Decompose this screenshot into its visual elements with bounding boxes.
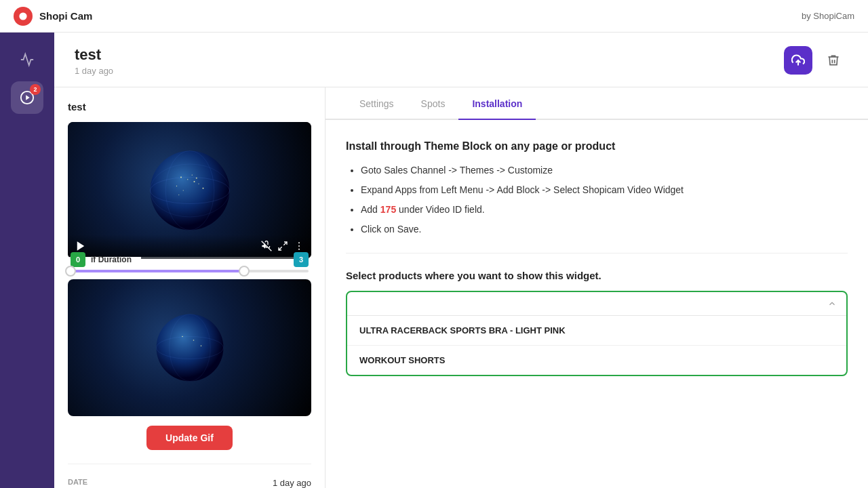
svg-marker-18 <box>77 241 85 251</box>
product-item-1[interactable]: ULTRA RACERBACK SPORTS BRA - LIGHT PINK <box>347 316 846 346</box>
page-subtitle: 1 day ago <box>75 66 113 76</box>
svg-point-17 <box>178 195 179 195</box>
sidebar: 2 <box>0 33 54 488</box>
product-item-2[interactable]: WORKOUT SHORTS <box>347 346 846 375</box>
svg-point-23 <box>298 245 300 247</box>
tab-settings[interactable]: Settings <box>346 87 408 120</box>
install-step-1: Goto Sales Channel -> Themes -> Customiz… <box>361 163 848 178</box>
svg-line-20 <box>283 242 287 245</box>
brand-title: Shopi Cam <box>39 10 92 22</box>
slider-thumb-left[interactable] <box>65 266 76 277</box>
globe-svg <box>146 146 234 235</box>
svg-point-12 <box>176 186 176 186</box>
sidebar-item-analytics[interactable] <box>11 43 43 76</box>
svg-line-21 <box>279 247 282 250</box>
video-thumbnail <box>68 279 311 416</box>
product-select-header <box>347 292 846 316</box>
gif-duration-slider[interactable] <box>71 270 309 272</box>
right-panel: Settings Spots Installation Install thro… <box>326 87 868 488</box>
svg-point-15 <box>191 175 192 176</box>
install-step-3: Add 175 under Video ID field. <box>361 203 848 217</box>
tab-spots[interactable]: Spots <box>408 87 459 120</box>
info-table: DATE 1 day ago SIZE 1570 kb <box>68 464 311 488</box>
nav-by: by ShopiCam <box>802 11 854 21</box>
delete-button[interactable] <box>819 46 848 75</box>
nav-brand: Shopi Cam <box>14 7 92 26</box>
left-panel-title: test <box>68 101 311 113</box>
svg-point-30 <box>200 345 201 346</box>
tabs-bar: Settings Spots Installation <box>326 87 868 120</box>
gif-duration-label: if Duration <box>85 255 294 264</box>
svg-point-25 <box>156 314 223 381</box>
sidebar-item-video[interactable]: 2 <box>11 81 43 114</box>
install-heading: Install through Theme Block on any page … <box>346 140 848 152</box>
product-select-wrapper[interactable]: ULTRA RACERBACK SPORTS BRA - LIGHT PINK … <box>346 291 848 376</box>
video-player <box>68 122 311 259</box>
chevron-up-icon <box>827 299 837 308</box>
date-row: DATE 1 day ago <box>68 474 311 488</box>
svg-point-13 <box>202 188 203 189</box>
svg-point-28 <box>182 336 183 338</box>
svg-point-9 <box>187 179 188 180</box>
install-step-2: Expand Apps from Left Menu -> Add Block … <box>361 183 848 197</box>
svg-point-4 <box>150 150 229 230</box>
gif-end-badge: 3 <box>294 252 309 267</box>
page-header: test 1 day ago <box>54 33 868 87</box>
gif-start-badge: 0 <box>71 252 85 267</box>
svg-point-16 <box>195 178 197 179</box>
install-step-4: Click on Save. <box>361 222 848 237</box>
page-title: test <box>75 46 113 64</box>
install-highlight-id: 175 <box>380 204 396 215</box>
svg-point-24 <box>298 249 300 250</box>
thumb-globe <box>153 310 227 385</box>
select-heading: Select products where you want to show t… <box>346 270 848 281</box>
slider-thumb-right[interactable] <box>239 266 250 277</box>
upload-button[interactable] <box>784 46 812 75</box>
slider-fill <box>71 270 244 272</box>
date-value: 1 day ago <box>273 478 311 488</box>
svg-point-11 <box>198 184 199 184</box>
svg-marker-2 <box>26 95 30 100</box>
svg-point-22 <box>298 242 300 243</box>
divider <box>346 253 848 253</box>
svg-point-29 <box>193 340 194 341</box>
gif-duration-wrapper: 0 if Duration 3 <box>68 252 311 272</box>
update-gif-button[interactable]: Update Gif <box>146 426 233 450</box>
left-panel: test <box>54 87 326 488</box>
install-list: Goto Sales Channel -> Themes -> Customiz… <box>346 163 848 237</box>
svg-point-14 <box>182 190 183 190</box>
sidebar-badge: 2 <box>30 84 41 95</box>
svg-point-8 <box>180 176 182 178</box>
installation-content: Install through Theme Block on any page … <box>326 120 868 396</box>
svg-point-0 <box>19 12 26 20</box>
date-label: DATE <box>68 478 87 488</box>
top-nav: Shopi Cam by ShopiCam <box>0 0 868 33</box>
svg-point-10 <box>193 181 195 182</box>
brand-logo <box>14 7 33 26</box>
content-area: test 1 day ago <box>54 33 868 488</box>
gif-duration-labels: 0 if Duration 3 <box>71 252 309 267</box>
tab-installation[interactable]: Installation <box>458 87 536 120</box>
